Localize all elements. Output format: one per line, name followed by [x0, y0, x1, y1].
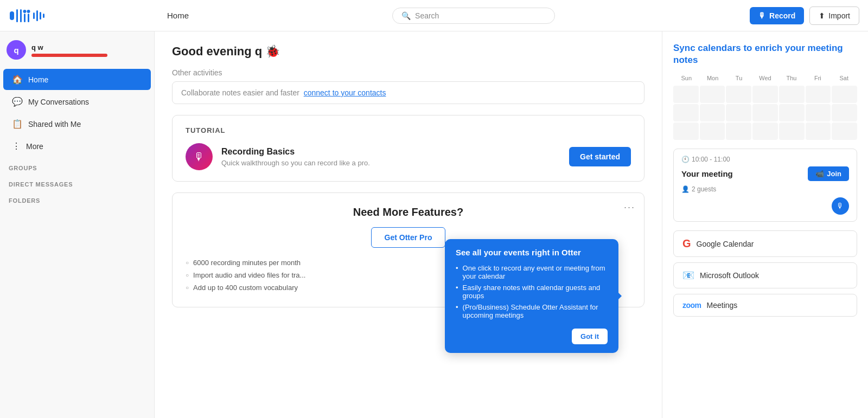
mic-record-button[interactable]: 🎙 — [832, 197, 849, 215]
sidebar-shared-label: Shared with Me — [28, 120, 81, 128]
collaborate-bar: Collaborate notes easier and faster conn… — [172, 81, 644, 104]
conversations-icon: 💬 — [12, 97, 23, 107]
svg-rect-9 — [36, 10, 38, 21]
join-button[interactable]: 📹 Join — [808, 166, 849, 181]
outlook-calendar-button[interactable]: 📧 Microsoft Outlook — [673, 262, 857, 288]
calendar-header: Sun Mon Tu Wed Thu Fri Sat — [673, 75, 857, 81]
svg-rect-11 — [43, 14, 44, 18]
main-layout: q q w 🏠 Home 💬 My Conversations 📋 Shared… — [0, 31, 868, 418]
calendar-grid — [673, 86, 857, 140]
video-icon: 📹 — [815, 170, 824, 178]
home-icon: 🏠 — [12, 74, 23, 85]
tutorial-text: Recording Basics Quick walkthrough so yo… — [221, 147, 560, 167]
shared-icon: 📋 — [12, 119, 23, 129]
tooltip-item-3: (Pro/Business) Schedule Otter Assistant … — [456, 301, 608, 321]
meeting-row: Your meeting 📹 Join — [681, 166, 849, 181]
sidebar-item-my-conversations[interactable]: 💬 My Conversations — [3, 91, 151, 112]
upload-icon: ⬆ — [819, 11, 825, 20]
content-area: Good evening q 🐞 Other activities Collab… — [155, 31, 662, 418]
svg-rect-8 — [33, 12, 35, 19]
import-button[interactable]: ⬆ Import — [809, 7, 859, 25]
topbar-home-label: Home — [158, 11, 197, 20]
svg-rect-3 — [20, 9, 22, 22]
topbar: Home 🔍 Search 🎙 Record ⬆ Import — [0, 0, 868, 31]
direct-messages-label: DIRECT MESSAGES — [0, 173, 154, 190]
tooltip-popup: See all your events right in Otter One c… — [445, 239, 618, 353]
user-name: q w — [31, 43, 148, 52]
tutorial-description: Quick walkthrough so you can record like… — [221, 159, 560, 167]
record-button[interactable]: 🎙 Record — [750, 7, 804, 24]
tooltip-title: See all your events right in Otter — [456, 248, 608, 257]
zoom-icon: zoom — [682, 301, 701, 310]
mic-icon: 🎙 — [194, 151, 205, 163]
google-calendar-button[interactable]: G Google Calendar — [673, 230, 857, 257]
get-started-button[interactable]: Get started — [569, 147, 631, 166]
get-otter-pro-button[interactable]: Get Otter Pro — [371, 227, 446, 248]
tooltip-item-2: Easily share notes with calendar guests … — [456, 282, 608, 301]
user-section: q q w — [0, 31, 154, 68]
tooltip-item-1: One click to record any event or meeting… — [456, 262, 608, 282]
tutorial-title: Recording Basics — [221, 147, 560, 157]
svg-rect-6 — [28, 14, 29, 22]
tutorial-card: TUTORIAL 🎙 Recording Basics Quick walkth… — [172, 115, 644, 182]
svg-point-5 — [23, 10, 27, 13]
sidebar: q q w 🏠 Home 💬 My Conversations 📋 Shared… — [0, 31, 155, 418]
more-icon: ⋮ — [12, 141, 21, 151]
tooltip-list: One click to record any event or meeting… — [456, 262, 608, 321]
tutorial-label: TUTORIAL — [186, 126, 631, 134]
guests-icon: 👤 — [681, 185, 690, 193]
search-box[interactable]: 🔍 Search — [392, 8, 555, 24]
clock-icon: 🕙 — [681, 156, 690, 163]
greeting: Good evening q 🐞 — [172, 44, 644, 59]
svg-rect-4 — [24, 14, 25, 22]
other-activities-label: Other activities — [172, 68, 644, 77]
right-panel: Sync calendars to enrich your meeting no… — [662, 31, 868, 418]
topbar-actions: 🎙 Record ⬆ Import — [750, 7, 859, 25]
zoom-calendar-button[interactable]: zoom Meetings — [673, 294, 857, 317]
sidebar-item-shared-with-me[interactable]: 📋 Shared with Me — [3, 113, 151, 134]
search-icon: 🔍 — [401, 11, 411, 20]
folders-label: FOLDERS — [0, 190, 154, 206]
sidebar-item-more[interactable]: ⋮ More — [3, 136, 151, 157]
sidebar-item-home[interactable]: 🏠 Home — [3, 69, 151, 90]
tutorial-icon: 🎙 — [186, 143, 213, 170]
microphone-icon: 🎙 — [758, 11, 766, 20]
sidebar-home-label: Home — [28, 75, 48, 84]
meeting-name: Your meeting — [681, 169, 733, 178]
avatar: q — [7, 40, 26, 60]
features-title: Need More Features? — [186, 206, 631, 218]
connect-contacts-link[interactable]: connect to your contacts — [304, 88, 386, 97]
meeting-card: 🕙 10:00 - 11:00 Your meeting 📹 Join 👤 2 … — [673, 149, 857, 222]
user-subtitle — [31, 54, 107, 57]
google-icon: G — [682, 237, 691, 250]
outlook-icon: 📧 — [682, 269, 694, 281]
sidebar-conversations-label: My Conversations — [28, 98, 89, 106]
more-options-icon[interactable]: ··· — [624, 202, 635, 213]
tutorial-row: 🎙 Recording Basics Quick walkthrough so … — [186, 143, 631, 170]
search-placeholder: Search — [415, 11, 439, 20]
groups-label: GROUPS — [0, 157, 154, 173]
svg-rect-1 — [10, 14, 14, 18]
svg-rect-10 — [40, 12, 41, 20]
got-it-button[interactable]: Got it — [572, 329, 608, 344]
tooltip-footer: Got it — [456, 329, 608, 344]
topbar-search-area: 🔍 Search — [206, 8, 741, 24]
svg-rect-2 — [16, 9, 18, 22]
collaborate-text: Collaborate notes easier and faster conn… — [181, 88, 386, 97]
user-info: q w — [31, 43, 148, 57]
meeting-guests: 👤 2 guests — [681, 185, 849, 193]
sidebar-more-label: More — [26, 142, 43, 151]
logo — [9, 7, 150, 24]
meeting-time: 🕙 10:00 - 11:00 — [681, 156, 849, 163]
svg-point-7 — [27, 10, 30, 13]
sync-title: Sync calendars to enrich your meeting no… — [673, 42, 857, 66]
